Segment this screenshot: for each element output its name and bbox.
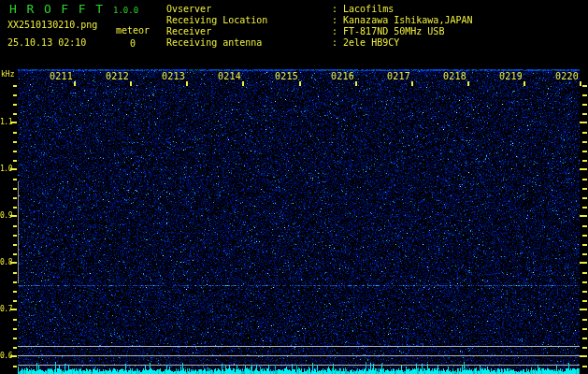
freq-label: 0.8 bbox=[0, 258, 12, 267]
info-key: Receiving Location bbox=[166, 15, 267, 25]
time-label: 0217 bbox=[387, 71, 410, 82]
freq-label: 0.9 bbox=[0, 211, 12, 221]
info-value: : Kanazawa Ishikawa,JAPAN bbox=[332, 15, 473, 25]
app-version: 1.0.0 bbox=[113, 6, 138, 16]
meteor-count-label: meteor bbox=[116, 25, 150, 36]
info-key: Ovserver bbox=[166, 4, 211, 14]
freq-label: 1.1 bbox=[0, 118, 12, 127]
freq-label: 1.0 bbox=[0, 165, 12, 174]
time-label: 0215 bbox=[275, 71, 298, 82]
freq-label: 0.7 bbox=[0, 305, 12, 314]
info-value: : FT-817ND 50MHz USB bbox=[332, 26, 444, 36]
freq-axis-unit-label: kHz bbox=[1, 69, 14, 79]
filename: XX2510130210.png bbox=[7, 20, 97, 30]
hrofft-window: H R O F F T 1.0.0 XX2510130210.png meteo… bbox=[0, 0, 588, 374]
info-key: Receiver bbox=[166, 26, 211, 36]
time-label: 0218 bbox=[443, 71, 466, 82]
time-label: 0213 bbox=[162, 71, 185, 82]
freq-label: 0.6 bbox=[0, 352, 12, 361]
spectrogram-canvas bbox=[0, 0, 588, 374]
timestamp: 25.10.13 02:10 bbox=[7, 37, 86, 48]
meteor-count-value: 0 bbox=[130, 38, 136, 49]
info-value: : 2ele HB9CY bbox=[332, 37, 399, 48]
time-label: 0219 bbox=[499, 71, 523, 82]
time-label: 0212 bbox=[106, 71, 129, 82]
time-label: 0211 bbox=[50, 71, 73, 82]
info-value: : Lacofilms bbox=[332, 4, 394, 14]
time-label: 0216 bbox=[331, 71, 354, 82]
info-key: Receiving antenna bbox=[166, 37, 262, 48]
time-label: 0220 bbox=[555, 71, 579, 82]
app-title: H R O F F T bbox=[9, 3, 105, 16]
time-label: 0214 bbox=[218, 71, 241, 82]
